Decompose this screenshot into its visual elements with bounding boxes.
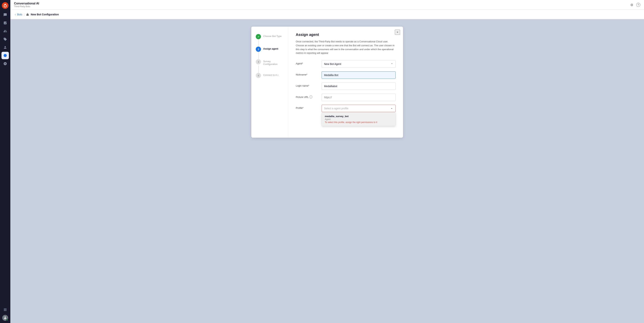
stepper: ✓ Choose Bot Type 2 Assign agent 3 Surve… <box>251 27 288 138</box>
step-2: 2 Assign agent <box>256 46 284 52</box>
header-right: ⚙ ? <box>630 3 640 7</box>
svg-point-3 <box>4 55 6 56</box>
step-connector-3 <box>258 66 259 73</box>
top-header: Conversational AI Third-Party Bots ⚙ ? <box>10 0 644 10</box>
login-name-field <box>322 82 396 90</box>
step-3-label: Survey Configuration <box>263 59 284 66</box>
sidebar-item-reports[interactable] <box>2 19 9 27</box>
agent-field-row: Agent* New Bot Agent <box>296 60 396 68</box>
breadcrumb-bots-link[interactable]: Bots <box>17 13 22 16</box>
step-4-circle: 4 <box>256 73 261 78</box>
dropdown-item-0[interactable]: medallia_survey_bot Agent To select this… <box>322 113 396 126</box>
profile-dropdown-menu: medallia_survey_bot Agent To select this… <box>322 112 396 126</box>
help-icon[interactable]: ? <box>636 3 640 7</box>
user-avatar-wrapper[interactable] <box>2 315 8 321</box>
wizard-container: ✓ Choose Bot Type 2 Assign agent 3 Surve… <box>251 27 403 138</box>
picture-url-input[interactable] <box>322 94 396 101</box>
dropdown-item-0-meta: To select this profile, assign the right… <box>325 121 392 124</box>
agent-select-wrapper: New Bot Agent <box>322 60 396 68</box>
nickname-field <box>322 72 396 79</box>
agent-select[interactable]: New Bot Agent <box>322 60 396 68</box>
app-logo[interactable] <box>2 2 8 9</box>
nickname-input[interactable] <box>322 72 396 79</box>
profile-field-row: Profile* Select a agent profile medallia… <box>296 105 396 112</box>
step-3: 3 Survey Configuration <box>256 59 284 66</box>
sidebar-item-tags[interactable] <box>2 36 9 43</box>
content-area: ✓ Choose Bot Type 2 Assign agent 3 Surve… <box>10 19 644 323</box>
breadcrumb-separator: | <box>24 13 24 16</box>
modal-title: Assign agent <box>296 32 396 37</box>
sidebar-item-grid[interactable] <box>2 306 9 314</box>
modal-content: × Assign agent Once connected, the Third… <box>288 27 403 138</box>
nickname-label: Nickname* <box>296 72 318 76</box>
step-4: 4 Connect to A.I. <box>256 73 284 78</box>
login-name-label: Login name* <box>296 82 318 87</box>
step-connector-2 <box>258 52 259 59</box>
app-title: Conversational AI <box>14 2 39 5</box>
step-1-circle: ✓ <box>256 34 261 39</box>
step-connector-1 <box>258 39 259 46</box>
dropdown-item-0-subtitle: Agent <box>325 118 392 120</box>
picture-url-field-row: Picture URL i <box>296 94 396 101</box>
agent-label: Agent* <box>296 60 318 65</box>
nickname-field-row: Nickname* <box>296 72 396 79</box>
step-3-circle: 3 <box>256 59 261 64</box>
sidebar <box>0 0 10 323</box>
sidebar-item-users[interactable] <box>2 44 9 51</box>
online-indicator <box>6 319 8 321</box>
step-2-label: Assign agent <box>263 46 278 50</box>
profile-chevron-icon <box>390 107 393 110</box>
profile-field: Select a agent profile medallia_survey_b… <box>322 105 396 112</box>
profile-select[interactable]: Select a agent profile <box>322 105 396 112</box>
login-name-input[interactable] <box>322 82 396 90</box>
settings-icon[interactable]: ⚙ <box>630 3 634 7</box>
step-2-circle: 2 <box>256 46 261 52</box>
sidebar-item-chat[interactable] <box>2 11 9 18</box>
sidebar-item-bots[interactable] <box>2 52 9 59</box>
dropdown-item-0-title: medallia_survey_bot <box>325 115 392 118</box>
sidebar-item-automation[interactable] <box>2 60 9 67</box>
picture-url-field <box>322 94 396 101</box>
modal-description: Once connected, the Third-Party Bot need… <box>296 40 396 55</box>
step-1-label: Choose Bot Type <box>263 34 282 38</box>
close-button[interactable]: × <box>395 30 400 35</box>
login-name-field-row: Login name* <box>296 82 396 90</box>
breadcrumb-back-icon: ‹ <box>15 13 16 16</box>
profile-label: Profile* <box>296 105 318 109</box>
picture-url-info-icon[interactable]: i <box>310 96 312 98</box>
bot-icon <box>26 13 29 16</box>
step-4-label: Connect to A.I. <box>263 73 279 76</box>
picture-url-label: Picture URL i <box>296 94 318 98</box>
svg-point-1 <box>4 5 6 7</box>
agent-select-value: New Bot Agent <box>324 62 341 66</box>
profile-placeholder: Select a agent profile <box>324 107 348 110</box>
breadcrumb-current: New Bot Configuration <box>26 13 59 16</box>
breadcrumb: ‹ Bots | New Bot Configuration <box>10 10 644 19</box>
step-1: ✓ Choose Bot Type <box>256 34 284 39</box>
header-left: Conversational AI Third-Party Bots <box>14 2 39 8</box>
app-subtitle: Third-Party Bots <box>14 5 39 8</box>
sidebar-item-agents[interactable] <box>2 28 9 35</box>
